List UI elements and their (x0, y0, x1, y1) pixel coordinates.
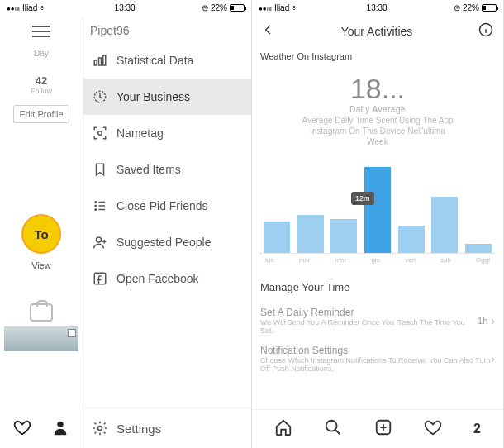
chart-bar[interactable] (297, 215, 324, 253)
profile-badge[interactable]: 2 (473, 422, 481, 436)
add-user-icon (92, 234, 108, 250)
heart-icon[interactable] (13, 418, 31, 440)
daily-average-label: Daily Average (260, 105, 495, 114)
avg-desc-3: Week (260, 137, 495, 146)
chevron-right-icon: › (491, 352, 495, 365)
wifi-icon: ᯤ (292, 3, 300, 12)
menu-label: Statistical Data (116, 54, 193, 67)
wifi-icon: ᯤ (40, 3, 48, 12)
menu-statistical-data[interactable]: Statistical Data (83, 42, 251, 79)
search-icon[interactable] (324, 418, 342, 440)
chart-bar[interactable] (431, 197, 458, 253)
svg-point-11 (57, 422, 63, 427)
menu-open-facebook[interactable]: Open Facebook (83, 260, 251, 297)
menu-label: Close Pid Friends (116, 199, 208, 212)
menu-nametag[interactable]: Nametag (83, 115, 251, 151)
svg-rect-2 (103, 55, 106, 65)
orientation-icon: ⊝ (454, 3, 460, 12)
view-label: View (31, 260, 51, 270)
avg-desc-2: Instagram On This Device Nell'ultima (260, 126, 495, 136)
battery-pct: 22% (463, 3, 479, 12)
manage-title: Manage Your Time (260, 281, 495, 293)
signal-icon (7, 3, 20, 12)
chart-bar[interactable] (264, 222, 290, 253)
list-icon (92, 198, 108, 214)
svg-point-13 (326, 421, 337, 431)
orientation-icon: ⊝ (202, 3, 208, 12)
notif-title: Notification Settings (260, 345, 491, 356)
menu-your-business[interactable]: Your Business (83, 79, 251, 115)
menu-icon[interactable] (32, 22, 50, 41)
chart-bar[interactable] (364, 167, 391, 253)
follower-label: Follow (31, 87, 52, 95)
battery-pct: 22% (211, 3, 227, 12)
usage-number: 18... (260, 73, 495, 105)
svg-point-8 (97, 237, 102, 242)
carrier-label: Iliad (22, 3, 37, 12)
follower-count[interactable]: 42 (31, 74, 52, 87)
svg-rect-0 (94, 60, 97, 65)
menu-label: Open Facebook (116, 272, 199, 285)
svg-point-5 (95, 202, 97, 203)
menu-label: Nametag (116, 126, 164, 140)
clock: 13:30 (115, 3, 136, 12)
menu-saved-items[interactable]: Saved Items (83, 151, 251, 188)
avatar[interactable]: To (21, 214, 61, 254)
usage-chart[interactable]: 12m (260, 163, 495, 254)
menu-label: Saved Items (116, 163, 181, 176)
battery-icon (482, 4, 497, 12)
weather-label: Weather On Instagram (260, 51, 495, 61)
menu-label: Your Business (116, 90, 190, 103)
daily-reminder-row[interactable]: Set A Daily Reminder We Will Send You A … (260, 302, 495, 340)
reminder-title: Set A Daily Reminder (260, 307, 478, 318)
status-bar: Iliad ᯤ 13:30 ⊝ 22% (0, 0, 251, 16)
notification-settings-row[interactable]: Notification Settings Choose Which Insta… (260, 340, 495, 378)
reminder-value: 1h (478, 316, 487, 326)
post-thumbnail[interactable] (4, 326, 78, 351)
profile-icon[interactable] (51, 418, 69, 440)
chart-x-labels: lun mar mer gio ven sab Oggi (260, 254, 495, 266)
svg-rect-1 (99, 58, 102, 65)
svg-point-7 (95, 209, 97, 211)
clock: 13:30 (367, 3, 388, 12)
svg-point-10 (98, 427, 102, 431)
menu-suggested-people[interactable]: Suggested People (83, 224, 251, 260)
settings-label: Settings (116, 422, 161, 436)
home-icon[interactable] (274, 418, 292, 440)
carrier-label: Iliad (274, 3, 289, 12)
svg-point-4 (98, 131, 102, 136)
menu-close-friends[interactable]: Close Pid Friends (83, 188, 251, 224)
heart-icon[interactable] (424, 418, 442, 440)
status-bar: Iliad ᯤ 13:30 ⊝ 22% (252, 0, 503, 16)
chevron-right-icon: › (491, 314, 495, 327)
chart-tooltip: 12m (351, 192, 374, 205)
chart-bar[interactable] (330, 219, 357, 253)
day-label: Day (34, 49, 49, 58)
edit-profile-button[interactable]: Edit Profile (13, 105, 69, 123)
svg-point-6 (95, 205, 97, 207)
clock-icon (92, 88, 108, 105)
reminder-desc: We Will Send You A Reminder Once You Rea… (260, 318, 478, 335)
bottom-nav: 2 (252, 409, 503, 448)
add-post-icon[interactable] (374, 418, 392, 440)
chart-icon (92, 52, 108, 69)
chart-bar[interactable] (398, 226, 425, 253)
notif-desc: Choose Which Instagram Notifications To … (260, 356, 491, 373)
camera-icon[interactable] (30, 303, 53, 322)
signal-icon (259, 3, 272, 12)
facebook-icon (92, 270, 108, 287)
info-icon[interactable] (478, 22, 493, 40)
gear-icon (92, 420, 108, 436)
back-icon[interactable] (262, 23, 275, 39)
bottom-nav (0, 410, 83, 448)
avg-desc-1: Average Daily Time Scent Using The App (260, 116, 495, 125)
username-label[interactable]: Pipet96 (83, 16, 251, 42)
battery-icon (230, 4, 245, 12)
chart-bar[interactable] (465, 244, 492, 253)
menu-label: Suggested People (116, 236, 211, 249)
svg-rect-9 (94, 273, 106, 284)
settings-button[interactable]: Settings (83, 407, 251, 448)
multi-select-icon (68, 329, 76, 337)
scan-icon (92, 125, 108, 141)
bookmark-icon (92, 161, 108, 178)
